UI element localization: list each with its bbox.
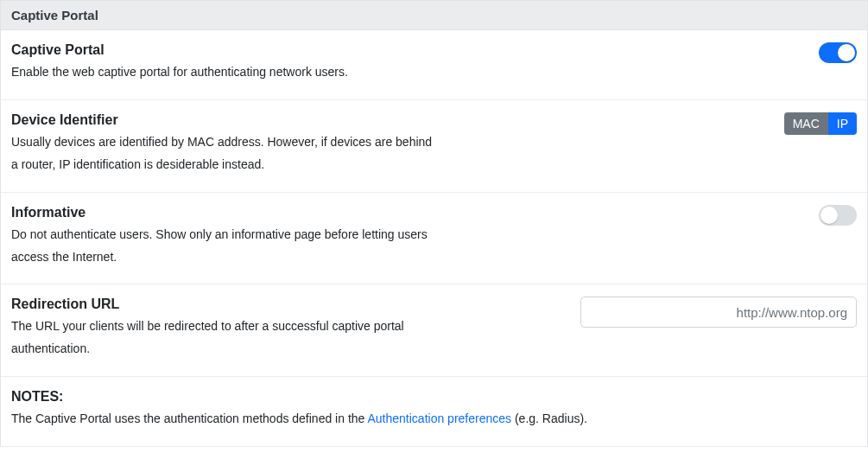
informative-desc: Do not authenticate users. Show only an … bbox=[11, 224, 434, 269]
captive-portal-toggle[interactable] bbox=[819, 42, 857, 63]
captive-portal-panel: Captive Portal Captive Portal Enable the… bbox=[0, 0, 868, 447]
segment-mac-button[interactable]: MAC bbox=[784, 112, 828, 135]
panel-header: Captive Portal bbox=[1, 1, 867, 30]
informative-toggle[interactable] bbox=[819, 205, 857, 226]
toggle-knob-icon bbox=[838, 44, 855, 61]
captive-portal-title: Captive Portal bbox=[11, 42, 564, 58]
redirection-url-desc: The URL your clients will be redirected … bbox=[11, 316, 434, 360]
captive-portal-desc: Enable the web captive portal for authen… bbox=[11, 61, 434, 84]
notes-text: The Captive Portal uses the authenticati… bbox=[11, 408, 857, 431]
row-redirection-url: Redirection URL The URL your clients wil… bbox=[1, 284, 867, 377]
row-device-identifier: Device Identifier Usually devices are id… bbox=[1, 100, 867, 193]
informative-title: Informative bbox=[11, 205, 564, 220]
notes-title: NOTES: bbox=[11, 389, 857, 405]
redirection-url-title: Redirection URL bbox=[11, 297, 564, 312]
panel-title: Captive Portal bbox=[11, 8, 98, 22]
segment-ip-button[interactable]: IP bbox=[828, 112, 857, 135]
device-identifier-title: Device Identifier bbox=[11, 112, 564, 128]
device-identifier-segment: MAC IP bbox=[784, 112, 857, 135]
notes-section: NOTES: The Captive Portal uses the authe… bbox=[1, 377, 867, 447]
redirection-url-input[interactable] bbox=[580, 297, 857, 328]
authentication-preferences-link[interactable]: Authentication preferences bbox=[368, 411, 512, 425]
notes-prefix: The Captive Portal uses the authenticati… bbox=[11, 411, 368, 425]
toggle-knob-icon bbox=[820, 207, 838, 224]
device-identifier-desc: Usually devices are identified by MAC ad… bbox=[11, 131, 434, 176]
row-informative: Informative Do not authenticate users. S… bbox=[1, 193, 867, 285]
notes-suffix: (e.g. Radius). bbox=[511, 411, 587, 425]
row-captive-portal: Captive Portal Enable the web captive po… bbox=[1, 30, 867, 100]
